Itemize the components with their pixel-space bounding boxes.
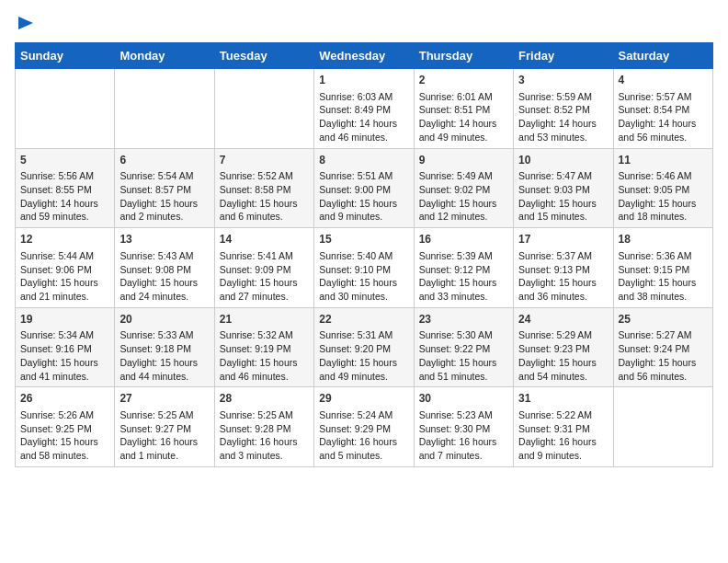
calendar-week-2: 5Sunrise: 5:56 AMSunset: 8:55 PMDaylight… <box>16 148 713 228</box>
day-info: Sunrise: 5:40 AMSunset: 9:10 PMDaylight:… <box>319 249 408 304</box>
header-sunday: Sunday <box>16 43 115 69</box>
calendar-cell <box>115 69 214 149</box>
calendar-cell: 23Sunrise: 5:30 AMSunset: 9:22 PMDayligh… <box>414 307 513 387</box>
day-number: 19 <box>20 312 109 327</box>
day-number: 30 <box>419 391 508 407</box>
calendar-cell: 24Sunrise: 5:29 AMSunset: 9:23 PMDayligh… <box>514 307 613 387</box>
day-info: Sunrise: 5:24 AMSunset: 9:29 PMDaylight:… <box>319 408 408 463</box>
calendar-cell: 5Sunrise: 5:56 AMSunset: 8:55 PMDaylight… <box>16 148 115 228</box>
day-number: 25 <box>619 312 708 327</box>
day-info: Sunrise: 5:32 AMSunset: 9:19 PMDaylight:… <box>220 328 309 383</box>
day-info: Sunrise: 5:57 AMSunset: 8:54 PMDaylight:… <box>619 90 708 144</box>
day-number: 11 <box>619 153 708 168</box>
calendar-cell: 19Sunrise: 5:34 AMSunset: 9:16 PMDayligh… <box>16 307 115 387</box>
day-number: 28 <box>220 391 309 407</box>
day-number: 15 <box>319 232 408 247</box>
day-number: 18 <box>619 232 708 247</box>
day-number: 26 <box>20 391 109 407</box>
day-number: 16 <box>419 232 508 247</box>
day-info: Sunrise: 5:46 AMSunset: 9:05 PMDaylight:… <box>619 169 708 224</box>
header-saturday: Saturday <box>613 43 712 69</box>
day-info: Sunrise: 5:52 AMSunset: 8:58 PMDaylight:… <box>220 169 309 224</box>
day-info: Sunrise: 5:23 AMSunset: 9:30 PMDaylight:… <box>419 408 508 463</box>
calendar-cell: 11Sunrise: 5:46 AMSunset: 9:05 PMDayligh… <box>613 148 712 228</box>
calendar-cell: 18Sunrise: 5:36 AMSunset: 9:15 PMDayligh… <box>613 228 712 308</box>
calendar-table: SundayMondayTuesdayWednesdayThursdayFrid… <box>15 42 713 467</box>
day-number: 17 <box>518 232 608 247</box>
day-number: 31 <box>518 391 608 407</box>
day-number: 21 <box>220 312 309 327</box>
calendar-cell: 22Sunrise: 5:31 AMSunset: 9:20 PMDayligh… <box>314 307 414 387</box>
calendar-cell: 29Sunrise: 5:24 AMSunset: 9:29 PMDayligh… <box>314 387 414 467</box>
day-info: Sunrise: 5:25 AMSunset: 9:27 PMDaylight:… <box>119 408 209 463</box>
day-number: 10 <box>518 153 608 168</box>
day-info: Sunrise: 5:33 AMSunset: 9:18 PMDaylight:… <box>119 328 209 383</box>
calendar-week-4: 19Sunrise: 5:34 AMSunset: 9:16 PMDayligh… <box>16 307 713 387</box>
calendar-cell: 12Sunrise: 5:44 AMSunset: 9:06 PMDayligh… <box>16 228 115 308</box>
day-number: 7 <box>220 153 309 168</box>
day-info: Sunrise: 5:59 AMSunset: 8:52 PMDaylight:… <box>518 90 608 144</box>
day-number: 8 <box>319 153 408 168</box>
calendar-week-3: 12Sunrise: 5:44 AMSunset: 9:06 PMDayligh… <box>16 228 713 308</box>
day-info: Sunrise: 5:26 AMSunset: 9:25 PMDaylight:… <box>20 408 109 463</box>
calendar-cell: 28Sunrise: 5:25 AMSunset: 9:28 PMDayligh… <box>214 387 313 467</box>
calendar-week-5: 26Sunrise: 5:26 AMSunset: 9:25 PMDayligh… <box>16 387 713 467</box>
day-number: 24 <box>518 312 608 327</box>
calendar-cell: 10Sunrise: 5:47 AMSunset: 9:03 PMDayligh… <box>514 148 613 228</box>
calendar-cell: 8Sunrise: 5:51 AMSunset: 9:00 PMDaylight… <box>314 148 414 228</box>
day-number: 22 <box>319 312 408 327</box>
day-info: Sunrise: 6:03 AMSunset: 8:49 PMDaylight:… <box>319 90 408 144</box>
calendar-cell: 25Sunrise: 5:27 AMSunset: 9:24 PMDayligh… <box>613 307 712 387</box>
day-info: Sunrise: 5:54 AMSunset: 8:57 PMDaylight:… <box>119 169 209 224</box>
calendar-cell: 17Sunrise: 5:37 AMSunset: 9:13 PMDayligh… <box>514 228 613 308</box>
calendar-cell: 30Sunrise: 5:23 AMSunset: 9:30 PMDayligh… <box>414 387 513 467</box>
calendar-cell: 9Sunrise: 5:49 AMSunset: 9:02 PMDaylight… <box>414 148 513 228</box>
day-number: 4 <box>619 73 708 88</box>
calendar-cell: 16Sunrise: 5:39 AMSunset: 9:12 PMDayligh… <box>414 228 513 308</box>
svg-marker-0 <box>18 17 33 29</box>
day-number: 6 <box>119 153 209 168</box>
header-wednesday: Wednesday <box>314 43 414 69</box>
calendar-cell <box>613 387 712 467</box>
calendar-cell: 26Sunrise: 5:26 AMSunset: 9:25 PMDayligh… <box>16 387 115 467</box>
day-number: 23 <box>419 312 508 327</box>
day-info: Sunrise: 5:25 AMSunset: 9:28 PMDaylight:… <box>220 408 309 463</box>
day-info: Sunrise: 5:30 AMSunset: 9:22 PMDaylight:… <box>419 328 508 383</box>
day-number: 5 <box>20 153 109 168</box>
header-tuesday: Tuesday <box>214 43 313 69</box>
day-info: Sunrise: 5:39 AMSunset: 9:12 PMDaylight:… <box>419 249 508 304</box>
day-info: Sunrise: 5:34 AMSunset: 9:16 PMDaylight:… <box>20 328 109 383</box>
calendar-cell: 6Sunrise: 5:54 AMSunset: 8:57 PMDaylight… <box>115 148 214 228</box>
header-thursday: Thursday <box>414 43 513 69</box>
logo <box>15 15 37 31</box>
calendar-cell: 14Sunrise: 5:41 AMSunset: 9:09 PMDayligh… <box>214 228 313 308</box>
day-info: Sunrise: 5:29 AMSunset: 9:23 PMDaylight:… <box>518 328 608 383</box>
day-number: 1 <box>319 73 408 88</box>
calendar-cell <box>16 69 115 149</box>
calendar-cell: 7Sunrise: 5:52 AMSunset: 8:58 PMDaylight… <box>214 148 313 228</box>
day-info: Sunrise: 5:27 AMSunset: 9:24 PMDaylight:… <box>619 328 708 383</box>
calendar-cell: 2Sunrise: 6:01 AMSunset: 8:51 PMDaylight… <box>414 69 513 149</box>
calendar-header-row: SundayMondayTuesdayWednesdayThursdayFrid… <box>16 43 713 69</box>
day-info: Sunrise: 5:56 AMSunset: 8:55 PMDaylight:… <box>20 169 109 224</box>
page-header <box>15 15 713 31</box>
calendar-cell: 15Sunrise: 5:40 AMSunset: 9:10 PMDayligh… <box>314 228 414 308</box>
day-info: Sunrise: 5:22 AMSunset: 9:31 PMDaylight:… <box>518 408 608 463</box>
calendar-week-1: 1Sunrise: 6:03 AMSunset: 8:49 PMDaylight… <box>16 69 713 149</box>
day-number: 2 <box>419 73 508 88</box>
day-number: 29 <box>319 391 408 407</box>
day-number: 12 <box>20 232 109 247</box>
header-monday: Monday <box>115 43 214 69</box>
calendar-cell: 21Sunrise: 5:32 AMSunset: 9:19 PMDayligh… <box>214 307 313 387</box>
calendar-cell: 31Sunrise: 5:22 AMSunset: 9:31 PMDayligh… <box>514 387 613 467</box>
day-info: Sunrise: 5:37 AMSunset: 9:13 PMDaylight:… <box>518 249 608 304</box>
day-number: 13 <box>119 232 209 247</box>
calendar-cell: 4Sunrise: 5:57 AMSunset: 8:54 PMDaylight… <box>613 69 712 149</box>
day-info: Sunrise: 5:44 AMSunset: 9:06 PMDaylight:… <box>20 249 109 304</box>
calendar-cell: 3Sunrise: 5:59 AMSunset: 8:52 PMDaylight… <box>514 69 613 149</box>
logo-icon <box>17 15 37 31</box>
header-friday: Friday <box>514 43 613 69</box>
day-info: Sunrise: 5:51 AMSunset: 9:00 PMDaylight:… <box>319 169 408 224</box>
day-info: Sunrise: 5:31 AMSunset: 9:20 PMDaylight:… <box>319 328 408 383</box>
day-number: 27 <box>119 391 209 407</box>
